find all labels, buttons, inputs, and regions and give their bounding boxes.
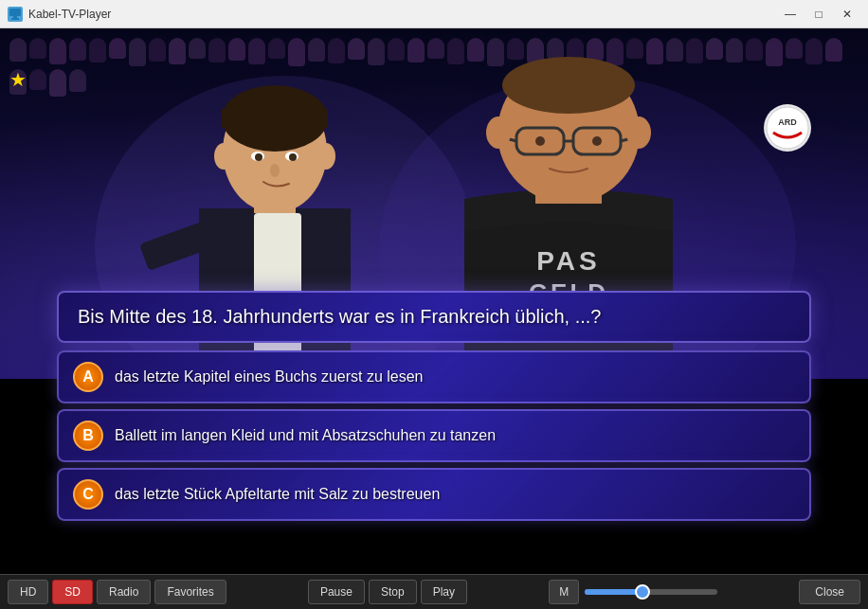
volume-slider[interactable] bbox=[585, 589, 717, 595]
window-controls: — □ ✕ bbox=[777, 4, 860, 25]
svg-point-22 bbox=[316, 143, 335, 170]
answer-letter-c: C bbox=[73, 479, 103, 510]
svg-point-17 bbox=[255, 153, 262, 161]
title-bar-left: Kabel-TV-Player bbox=[8, 7, 111, 22]
answer-text-b: Ballett im langen Kleid und mit Absatzsc… bbox=[115, 427, 496, 444]
svg-point-18 bbox=[289, 153, 297, 161]
question-text: Bis Mitte des 18. Jahrhunderts war es in… bbox=[78, 306, 601, 327]
answer-letter-b: B bbox=[73, 421, 103, 451]
svg-point-26 bbox=[502, 57, 635, 114]
video-area: ★ ARD bbox=[0, 28, 868, 574]
answer-box-b: B Ballett im langen Kleid und mit Absatz… bbox=[57, 409, 811, 462]
close-button[interactable]: Close bbox=[799, 580, 860, 604]
pause-button[interactable]: Pause bbox=[308, 580, 365, 604]
answer-letter-a: A bbox=[73, 362, 103, 392]
svg-rect-14 bbox=[222, 109, 328, 128]
svg-rect-2 bbox=[11, 18, 19, 20]
svg-point-32 bbox=[535, 136, 545, 146]
control-bar: HD SD Radio Favorites Pause Stop Play M … bbox=[0, 574, 868, 609]
title-text: Kabel-TV-Player bbox=[28, 8, 111, 21]
answer-text-a: das letzte Kapitel eines Buchs zuerst zu… bbox=[115, 368, 424, 385]
radio-button[interactable]: Radio bbox=[97, 580, 151, 604]
answer-text-c: das letzte Stück Apfeltarte mit Salz zu … bbox=[115, 486, 440, 503]
play-button[interactable]: Play bbox=[421, 580, 467, 604]
mute-button[interactable]: M bbox=[549, 580, 579, 604]
volume-fill bbox=[585, 589, 638, 595]
window-close-button[interactable]: ✕ bbox=[834, 4, 860, 25]
stop-button[interactable]: Stop bbox=[369, 580, 417, 604]
svg-point-19 bbox=[270, 164, 280, 177]
sd-button[interactable]: SD bbox=[52, 580, 93, 604]
question-overlay: Bis Mitte des 18. Jahrhunderts war es in… bbox=[57, 291, 811, 527]
svg-rect-0 bbox=[9, 9, 21, 16]
hd-button[interactable]: HD bbox=[8, 580, 48, 604]
title-bar: Kabel-TV-Player — □ ✕ bbox=[0, 0, 868, 28]
star-icon: ★ bbox=[9, 68, 27, 91]
svg-point-21 bbox=[214, 143, 233, 170]
maximize-button[interactable]: □ bbox=[805, 4, 832, 25]
minimize-button[interactable]: — bbox=[777, 4, 804, 25]
svg-point-33 bbox=[592, 136, 602, 146]
volume-section: M bbox=[549, 580, 717, 604]
app-icon bbox=[8, 7, 23, 22]
svg-point-37 bbox=[626, 116, 651, 149]
svg-point-36 bbox=[486, 116, 511, 149]
svg-text:PAS: PAS bbox=[536, 246, 601, 276]
question-box: Bis Mitte des 18. Jahrhunderts war es in… bbox=[57, 291, 811, 343]
favorites-button[interactable]: Favorites bbox=[154, 580, 226, 604]
answer-box-a: A das letzte Kapitel eines Buchs zuerst … bbox=[57, 350, 811, 403]
answer-box-c: C das letzte Stück Apfeltarte mit Salz z… bbox=[57, 468, 811, 521]
volume-thumb[interactable] bbox=[635, 584, 650, 600]
